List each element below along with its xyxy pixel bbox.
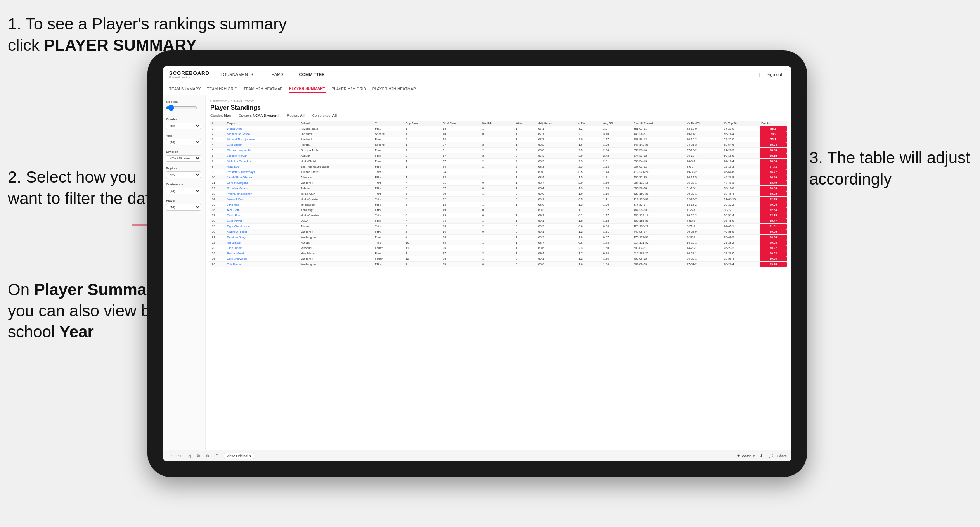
cell-player[interactable]: Jack Lundin	[225, 245, 299, 251]
cell-to-par: -1.6	[576, 142, 602, 148]
subnav-player-h2h-heatmap[interactable]: PLAYER H2H HEATMAP	[372, 85, 416, 93]
cell-avg-sg: 1.79	[602, 186, 632, 191]
cell-player[interactable]: Mats Ege	[225, 164, 299, 169]
nav-link-committee[interactable]: COMMITTEE	[296, 71, 328, 78]
sign-out-link[interactable]: Sign out	[764, 71, 785, 78]
cell-player[interactable]: Gordon Sargent	[225, 180, 299, 186]
conference-select[interactable]: (All)	[166, 188, 201, 194]
view-chevron: ▾	[249, 454, 251, 458]
no-rds-label: No Rds.	[166, 100, 202, 104]
cell-num: 8	[210, 164, 225, 169]
cell-school: UCLA	[299, 218, 374, 224]
cell-player[interactable]: Brendan Valdes	[225, 186, 299, 191]
cell-player[interactable]: Jackson Koivun	[225, 153, 299, 159]
cell-player[interactable]: Jacob Skov Olesen	[225, 175, 299, 180]
clock-btn[interactable]: ⏱	[214, 453, 221, 459]
cell-adj-score: 68.3	[537, 164, 576, 169]
cell-vs50: 51-61-10	[722, 197, 760, 202]
cell-player[interactable]: Wenyi Ding	[225, 126, 299, 131]
gender-select[interactable]: Men	[166, 123, 201, 129]
cell-player[interactable]: Tashiron Song	[225, 235, 299, 240]
subnav-player-summary[interactable]: PLAYER SUMMARY	[289, 85, 326, 93]
expand-btn[interactable]: ⛶	[767, 453, 774, 459]
view-label: View: Original	[227, 454, 248, 458]
watch-btn[interactable]: 👁 Watch ▾	[737, 454, 755, 458]
cell-to-par: -1.0	[576, 191, 602, 197]
sidebar-player: Player (All)	[166, 199, 202, 211]
cell-player[interactable]: Phichakon Maichon	[225, 191, 299, 197]
cell-avg-sg: 1.47	[602, 137, 632, 142]
nav-link-tournaments[interactable]: TOURNAMENTS	[217, 71, 256, 78]
cell-player[interactable]: Ian Gilligan	[225, 240, 299, 245]
cell-num: 24	[210, 251, 225, 256]
division-select[interactable]: NCAA Division I	[166, 155, 201, 162]
col-avg-sg: Avg SG	[602, 121, 632, 126]
subnav-team-summary[interactable]: TEAM SUMMARY	[169, 85, 201, 93]
cell-player[interactable]: Matthew Riedel	[225, 229, 299, 235]
cell-reg-rank: 6	[404, 213, 442, 218]
cell-player[interactable]: Petr Hruby	[225, 262, 299, 267]
cell-player[interactable]: Michael Le Sasso	[225, 131, 299, 137]
cell-vs25: 22-29-7	[685, 197, 722, 202]
cell-overall: 616-168-22	[632, 251, 685, 256]
table-row: 2 Michael Le Sasso Ole Miss Second 1 18 …	[210, 131, 787, 137]
cell-adj-score: 69.1	[537, 256, 576, 262]
plus-btn[interactable]: ⊕	[204, 453, 211, 459]
nav-link-teams[interactable]: TEAMS	[266, 71, 287, 78]
cell-yr: Fifth	[373, 229, 404, 235]
back-btn[interactable]: ◁	[186, 453, 192, 459]
cell-conf-rank: 16	[441, 229, 481, 235]
cell-to-par: -2.3	[576, 245, 602, 251]
view-select[interactable]: View: Original ▾	[224, 453, 254, 459]
region-select[interactable]: N/A	[166, 171, 201, 178]
cell-school: Arizona State	[299, 126, 374, 131]
cell-wins: 1	[514, 126, 537, 131]
cell-player[interactable]: Jake Hall	[225, 202, 299, 207]
main-content: No Rds. Gender Men Year (All) Divisio	[163, 95, 791, 450]
cell-player[interactable]: Luke Powell	[225, 218, 299, 224]
cell-player[interactable]: Christo Lamprecht	[225, 148, 299, 153]
copy-btn[interactable]: ⧉	[196, 453, 201, 459]
cell-vs25: 14-26-1	[685, 240, 722, 245]
cell-yr: Fifth	[373, 186, 404, 191]
cell-points: 68.18	[760, 153, 787, 159]
cell-avg-sg: 1.71	[602, 175, 632, 180]
cell-player[interactable]: Preston Summerhays	[225, 169, 299, 175]
cell-overall: 674-33-12	[632, 153, 685, 159]
undo-btn[interactable]: ↩	[168, 453, 174, 459]
cell-adj-score: 69.4	[537, 251, 576, 256]
col-school: School	[299, 121, 374, 126]
cell-points: 62.35	[760, 213, 787, 218]
cell-player[interactable]: Tiger Christensen	[225, 224, 299, 229]
cell-reg-rank: 1	[404, 251, 442, 256]
filter-region: Region: All	[287, 114, 305, 117]
cell-vs50: 25-42-9	[722, 235, 760, 240]
share-btn[interactable]: Share	[777, 454, 787, 458]
cell-player[interactable]: Maxwell Ford	[225, 197, 299, 202]
year-select[interactable]: (All)	[166, 139, 201, 145]
no-rds-slider[interactable]	[166, 104, 197, 112]
cell-points: 60.98	[760, 235, 787, 240]
cell-vs50: 47-40-3	[722, 180, 760, 186]
redo-btn[interactable]: ↪	[177, 453, 183, 459]
cell-player[interactable]: Bastien Amat	[225, 251, 299, 256]
cell-wins: 1	[514, 251, 537, 256]
cell-player[interactable]: Alex Goff	[225, 207, 299, 213]
download-btn[interactable]: ⬇	[758, 453, 764, 459]
cell-num: 2	[210, 131, 225, 137]
cell-avg-sg: 2.34	[602, 148, 632, 153]
cell-num: 6	[210, 153, 225, 159]
cell-reg-rank: 1	[404, 131, 442, 137]
cell-player[interactable]: Nicholas Gabrelcik	[225, 159, 299, 164]
cell-player[interactable]: Cole Sherwood	[225, 256, 299, 262]
cell-overall: 412-179-38	[632, 197, 685, 202]
player-select[interactable]: (All)	[166, 204, 201, 211]
subnav-team-h2h-grid[interactable]: TEAM H2H GRID	[207, 85, 237, 93]
cell-player[interactable]: Luke Claton	[225, 142, 299, 148]
cell-points: 78.2	[760, 131, 787, 137]
cell-player[interactable]: David Ford	[225, 213, 299, 218]
subnav-player-h2h-grid[interactable]: PLAYER H2H GRID	[332, 85, 366, 93]
year-label: Year	[166, 134, 202, 137]
cell-player[interactable]: Michael Thorbjornsen	[225, 137, 299, 142]
subnav-team-h2h-heatmap[interactable]: TEAM H2H HEATMAP	[244, 85, 283, 93]
